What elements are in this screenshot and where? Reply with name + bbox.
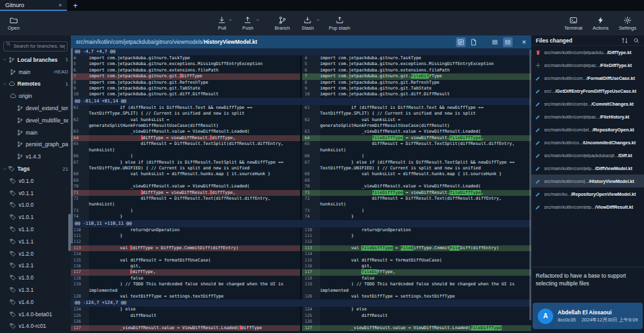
diff-row[interactable]: 9import com.jetpackduba.gitnuro.git.TabS… xyxy=(71,86,531,91)
diff-row[interactable]: 5import com.jetpackduba.gitnuro.exceptio… xyxy=(71,61,531,67)
sidebar-item-remotes[interactable]: Remotes1 xyxy=(0,78,71,90)
sidebar-item-v1-2-0[interactable]: v1.2.0 xyxy=(0,247,71,260)
stash-dropdown-icon[interactable] xyxy=(316,17,321,23)
sidebar-item-v1-3-1[interactable]: v1.3.1 xyxy=(0,284,71,296)
chevron-down-icon[interactable] xyxy=(3,82,7,86)
diff-row[interactable]: 70 _viewDiffResult.value = ViewDiffResul… xyxy=(71,184,531,189)
sidebar-item-tags[interactable]: Tags21 xyxy=(0,163,71,175)
diff-row[interactable]: 10import com.jetpackduba.gitnuro.git.dif… xyxy=(71,91,531,97)
sidebar-item-v1-4-0[interactable]: v1.4.0 xyxy=(0,296,71,308)
diff-row[interactable]: 4import com.jetpackduba.gitnuro.TaskType… xyxy=(71,55,531,61)
file-changed-row[interactable]: src/main/kotlin/com/je.../CommitChanges.… xyxy=(531,97,644,110)
commit-author-card[interactable]: A Abdellah El Aissaoui 8cc0c35 2024年12月3… xyxy=(533,303,643,329)
diff-row[interactable]: 67 } else if (diffResult is DiffResult.T… xyxy=(71,160,531,172)
sidebar-item-main[interactable]: main xyxy=(0,126,71,138)
chevron-down-icon[interactable] xyxy=(3,57,7,62)
chevron-down-icon[interactable] xyxy=(3,167,7,171)
diff-row[interactable]: 72 diffResult = DiffResult.Text(diffResu… xyxy=(71,196,531,208)
full-file-view-icon[interactable] xyxy=(469,37,478,47)
diff-row[interactable]: 111 }111 } xyxy=(71,233,531,239)
split-view-icon[interactable] xyxy=(503,37,513,47)
diff-row[interactable]: 64 diffType = viewDiffResult.diffType,64… xyxy=(71,135,531,141)
sidebar-item-v1-4-3[interactable]: v1.4.3 xyxy=(0,151,71,163)
search-icon[interactable] xyxy=(633,37,639,44)
settings-button[interactable]: Settings xyxy=(619,16,636,31)
unified-lines-view-icon[interactable] xyxy=(490,37,500,47)
file-changed-row[interactable]: src/main/kotlin/com/jetpac.../FileDiffTy… xyxy=(531,59,644,71)
diff-row[interactable]: 115 val diffResult = formatDiffUseCase(1… xyxy=(71,258,531,263)
diff-row[interactable]: 66 )66 ) xyxy=(71,153,531,159)
diff-row[interactable]: 71 diffType = viewDiffResult.diffType,71… xyxy=(71,190,531,196)
diff-row[interactable]: 61 if (diffResult is DiffResult.Text && … xyxy=(71,105,531,117)
branch-button[interactable]: Branch xyxy=(274,16,290,31)
diff-row[interactable]: 124 } else124 } else xyxy=(71,307,531,312)
unified-diff-view-icon[interactable] xyxy=(456,37,466,47)
diff-row[interactable]: 118 false118 false xyxy=(71,276,531,281)
diff-row[interactable]: 62 val hunksList = generateSplitHunkFrom… xyxy=(71,117,531,129)
diff-row[interactable]: 114114 xyxy=(71,251,531,257)
diff-row[interactable]: 68 val hunksList = diffResult.hunks.map … xyxy=(71,171,531,177)
diff-row[interactable]: 112112 xyxy=(71,239,531,245)
push-button[interactable]: Push xyxy=(242,16,253,31)
sidebar-item-v1-1-1[interactable]: v1.1.1 xyxy=(0,235,71,247)
terminal-button[interactable]: Terminal xyxy=(564,16,582,31)
sidebar-item-local-branches[interactable]: Local branches1 xyxy=(0,54,71,66)
diff-right-scrollbar-thumb[interactable] xyxy=(529,50,531,320)
diff-row[interactable]: 110 return@runOperation110 return@runOpe… xyxy=(71,227,531,233)
file-changed-row[interactable]: src/main/kotlin/com/jetpackduba/git.../D… xyxy=(531,149,644,162)
file-changed-row[interactable]: src/.../GetDiffEntryFromDiffTypeUseCase.… xyxy=(531,84,644,97)
diff-row[interactable]: 7import com.jetpackduba.gitnuro.git.Diff… xyxy=(71,73,531,79)
pull-button[interactable]: Pull xyxy=(218,16,226,31)
sidebar-item-v1-0-0[interactable]: v1.0.0 xyxy=(0,199,71,211)
sidebar-item-devel-extend-termina[interactable]: devel_extend_termina xyxy=(0,102,71,115)
diff-row[interactable]: 63 _viewDiffResult.value = ViewDiffResul… xyxy=(71,129,531,135)
close-tab-icon[interactable]: × xyxy=(59,2,62,8)
sidebar-item-v1-3-0[interactable]: v1.3.0 xyxy=(0,272,71,284)
diff-row[interactable]: 127 _viewDiffResult.value = ViewDiffResu… xyxy=(71,325,531,331)
file-changed-row[interactable]: src/main/kotlin/com/jetp.../ViewDiffResu… xyxy=(531,200,644,213)
actions-button[interactable]: Actions xyxy=(592,16,609,31)
sidebar-item-persist-graph-paddin[interactable]: persist_graph_paddin xyxy=(0,138,71,151)
file-changed-row[interactable]: src/main/kotlin/co.../UncommitedChanges.… xyxy=(531,136,644,149)
push-dropdown-icon[interactable] xyxy=(255,17,260,23)
diff-row[interactable]: 6969 xyxy=(71,178,531,184)
diff-row[interactable]: 116 git,116 git, xyxy=(71,263,531,269)
sidebar-item-devel-multifile-selectio[interactable]: devel_multifile_selectio xyxy=(0,114,71,126)
diff-row[interactable]: 8import com.jetpackduba.gitnuro.git.Refr… xyxy=(71,80,531,86)
new-tab-button[interactable]: + xyxy=(67,0,84,11)
sidebar-item-v1-4-0-beta01[interactable]: v1.4.0-beta01 xyxy=(0,308,71,320)
pull-dropdown-icon[interactable] xyxy=(228,17,233,23)
sidebar-item-v0-1-1[interactable]: v0.1.1 xyxy=(0,187,71,199)
file-changed-row[interactable]: src/main/kotlin/com/jet.../RepositoryOpe… xyxy=(531,123,644,136)
file-changed-row[interactable]: src/main/kotlin/com.../FormatDiffUseCase… xyxy=(531,71,644,84)
sidebar-item-v1-2-1[interactable]: v1.2.1 xyxy=(0,260,71,272)
stash-button[interactable]: Stash xyxy=(301,16,314,31)
toggle-paths-icon[interactable] xyxy=(621,37,628,44)
file-changed-row[interactable]: src/main/kotlin/com/j.../HistoryViewMode… xyxy=(531,175,644,187)
file-changed-row[interactable]: src/main/ko.../RepositoryOpenViewModel.k… xyxy=(531,187,644,200)
diff-row[interactable]: 126126 xyxy=(71,319,531,325)
diff-left-scrollbar-thumb[interactable] xyxy=(71,48,73,243)
diff-row[interactable]: 113 val diffType = DiffType.CommitDiff(d… xyxy=(71,245,531,251)
diff-row[interactable]: 74 }74 } xyxy=(71,214,531,220)
pop-stash-button[interactable]: Pop stash xyxy=(328,16,350,31)
tab-gitnuro[interactable]: Gitnuro × xyxy=(0,0,67,11)
diff-row[interactable]: 65 diffResult = DiffResult.TextSplit(dif… xyxy=(71,141,531,153)
diff-row[interactable]: 120 val textDiffType = settings.textDiff… xyxy=(71,294,531,300)
diff-row[interactable]: 117 diffType,117 fileDiffType, xyxy=(71,269,531,275)
branch-search-input[interactable] xyxy=(3,41,68,52)
file-changed-row[interactable]: src/main/kotlin/com/jetp.../DiffViewMode… xyxy=(531,162,644,175)
sidebar-item-origin[interactable]: origin xyxy=(0,90,71,102)
sidebar-item-v1-1-0[interactable]: v1.1.0 xyxy=(0,224,71,236)
file-changed-row[interactable]: src/main/kotlin/com/jetpac.../FileHistor… xyxy=(531,110,644,123)
diff-row[interactable]: 73 )73 ) xyxy=(71,208,531,214)
diff-row[interactable]: 6import com.jetpackduba.gitnuro.extensio… xyxy=(71,68,531,73)
open-button[interactable]: Open xyxy=(8,16,19,31)
sidebar-item-v1-4-0-rc01[interactable]: v1.4.0-rc01 xyxy=(0,320,71,332)
sidebar-item-v0-1-0[interactable]: v0.1.0 xyxy=(0,175,71,187)
diff-row[interactable]: 125 diffResult125 diffResult xyxy=(71,313,531,319)
close-diff-icon[interactable]: × xyxy=(522,39,526,46)
sidebar-item-v1-0-1[interactable]: v1.0.1 xyxy=(0,211,71,224)
file-changed-row[interactable]: src/main/kotlin/com/jetpackdu.../DiffTyp… xyxy=(531,46,644,59)
diff-row[interactable]: 119 ) // TODO This hardcoded false shoul… xyxy=(71,281,531,294)
